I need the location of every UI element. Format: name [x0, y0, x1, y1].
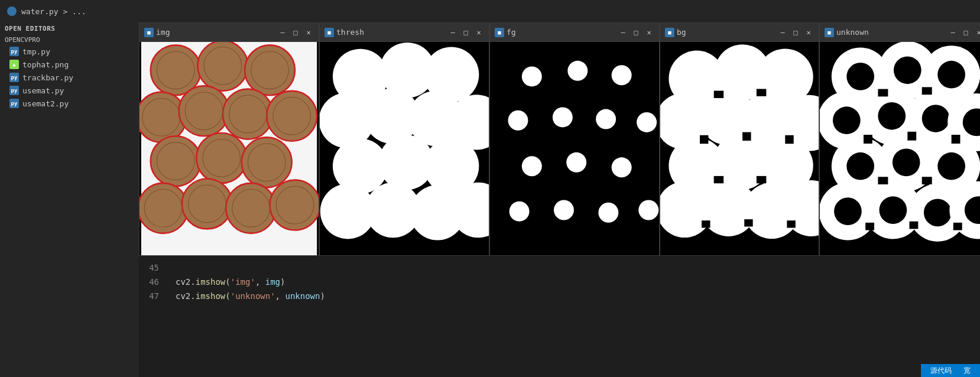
- cv-windows-row: ■ img — □ ✕: [139, 22, 980, 256]
- close-button[interactable]: ✕: [803, 27, 814, 38]
- code-token-var: unknown: [285, 291, 320, 301]
- svg-rect-113: [878, 89, 888, 97]
- code-token: ,: [275, 291, 285, 301]
- svg-point-104: [937, 152, 965, 180]
- minimize-button[interactable]: —: [447, 27, 458, 38]
- svg-point-56: [554, 200, 574, 220]
- svg-point-54: [612, 157, 632, 177]
- cv-window-fg-title: fg: [507, 28, 615, 37]
- top-bar: water.py > ...: [0, 0, 980, 22]
- maximize-button[interactable]: □: [960, 27, 971, 38]
- svg-point-8: [151, 136, 201, 186]
- python-icon: [7, 6, 17, 16]
- sidebar-item-label: usemat2.py: [22, 99, 69, 108]
- line-numbers: 45 46 47: [139, 256, 168, 377]
- svg-point-51: [637, 112, 657, 132]
- svg-point-110: [924, 199, 952, 226]
- svg-point-88: [894, 56, 921, 84]
- svg-rect-75: [757, 89, 766, 96]
- cv-window-bg-title: bg: [677, 28, 775, 37]
- maximize-button[interactable]: □: [790, 27, 801, 38]
- close-button[interactable]: ✕: [973, 27, 980, 38]
- svg-point-106: [834, 197, 862, 225]
- svg-rect-80: [757, 176, 766, 183]
- py-icon: py: [9, 73, 19, 82]
- code-token-func: imshow: [196, 291, 226, 301]
- cv-window-thresh-titlebar: ■ thresh — □ ✕: [320, 23, 489, 42]
- svg-rect-79: [714, 176, 723, 183]
- cv-window-fg: ■ fg — □ ✕: [489, 22, 660, 256]
- code-token: cv2.: [176, 291, 196, 301]
- cv-window-icon: ■: [495, 28, 504, 37]
- svg-point-50: [596, 109, 616, 129]
- sidebar-item-tmp-py[interactable]: py tmp.py: [0, 45, 139, 58]
- svg-point-11: [139, 183, 188, 233]
- minimize-button[interactable]: —: [277, 27, 288, 38]
- cv-window-img-content: [139, 42, 319, 255]
- code-token: (: [225, 277, 230, 287]
- cv-window-img-title: img: [156, 28, 275, 37]
- svg-point-9: [196, 133, 246, 183]
- svg-point-6: [223, 89, 273, 139]
- minimize-button[interactable]: —: [618, 27, 628, 38]
- cv-window-bg-content: [660, 42, 819, 255]
- close-button[interactable]: ✕: [644, 27, 654, 38]
- cv-window-icon: ■: [144, 28, 154, 37]
- svg-rect-121: [909, 222, 918, 229]
- svg-rect-119: [922, 177, 932, 184]
- code-token-str: 'img': [231, 277, 255, 287]
- line-number: 45: [139, 261, 159, 275]
- line-number: 47: [139, 289, 159, 303]
- maximize-button[interactable]: □: [290, 27, 301, 38]
- cv-window-icon: ■: [665, 28, 674, 37]
- sidebar-item-label: usemat.py: [22, 86, 64, 95]
- cv-window-bg: ■ bg — □ ✕: [660, 22, 819, 256]
- code-lines[interactable]: cv2.imshow('img', img) cv2.imshow('unkno…: [168, 256, 980, 377]
- sidebar-item-usemat2-py[interactable]: py usemat2.py: [0, 97, 139, 110]
- coins-image: [139, 42, 319, 255]
- code-token-str: 'unknown': [231, 291, 275, 301]
- close-button[interactable]: ✕: [303, 27, 314, 38]
- cv-window-bg-titlebar: ■ bg — □ ✕: [660, 23, 819, 42]
- sidebar-item-label: tophat.png: [22, 60, 69, 69]
- cv-window-unknown-titlebar: ■ unknown — □ ✕: [820, 23, 980, 42]
- svg-point-102: [893, 149, 920, 177]
- maximize-button[interactable]: □: [460, 27, 471, 38]
- cv-window-thresh: ■ thresh — □ ✕: [319, 22, 489, 256]
- close-button[interactable]: ✕: [473, 27, 484, 38]
- cv-window-unknown-content: [820, 42, 980, 255]
- svg-point-52: [522, 156, 542, 176]
- cv-window-thresh-content: [320, 42, 489, 255]
- code-line-45: [176, 261, 973, 275]
- svg-point-10: [242, 137, 292, 187]
- code-line-46: cv2.imshow('img', img): [176, 275, 973, 289]
- py-icon: py: [9, 99, 19, 108]
- code-token: ): [320, 291, 324, 301]
- content-area: ■ img — □ ✕: [139, 22, 980, 377]
- status-item-width: 宽: [963, 366, 971, 376]
- sidebar-item-usemat-py[interactable]: py usemat.py: [0, 84, 139, 97]
- code-token: ,: [255, 277, 265, 287]
- py-icon: py: [9, 47, 19, 56]
- svg-point-86: [846, 63, 874, 90]
- cv-window-unknown: ■ unknown — □ ✕: [819, 22, 980, 256]
- svg-point-46: [567, 61, 588, 81]
- cv-window-icon: ■: [825, 28, 834, 37]
- status-item-source: 源代码: [930, 366, 952, 376]
- cv-window-unknown-title: unknown: [836, 28, 945, 37]
- svg-rect-81: [702, 220, 710, 228]
- sidebar-item-tophat-png[interactable]: ▲ tophat.png: [0, 58, 139, 71]
- code-token: (: [225, 291, 230, 301]
- cv-window-thresh-title: thresh: [336, 28, 445, 37]
- svg-point-58: [638, 200, 658, 220]
- maximize-button[interactable]: □: [631, 27, 641, 38]
- top-bar-title: water.py > ...: [21, 7, 86, 16]
- minimize-button[interactable]: —: [777, 27, 788, 38]
- svg-rect-122: [953, 223, 962, 230]
- code-token: ): [280, 277, 285, 287]
- minimize-button[interactable]: —: [947, 27, 958, 38]
- svg-point-57: [598, 203, 618, 223]
- sidebar-item-trackbar-py[interactable]: py trackbar.py: [0, 71, 139, 84]
- status-bar: 源代码 宽: [921, 364, 980, 377]
- py-icon: py: [9, 86, 19, 95]
